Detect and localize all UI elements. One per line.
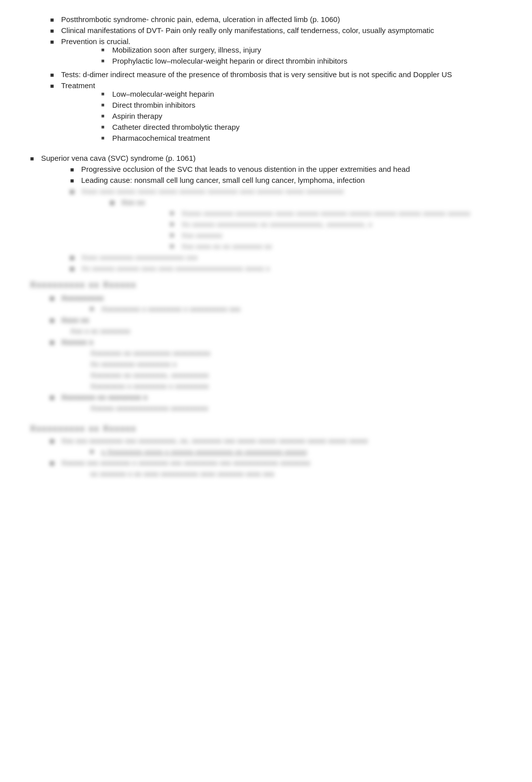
sub-bullet-icon: ■: [170, 242, 181, 249]
svc-title-row: ■ Superior vena cava (SVC) syndrome (p. …: [30, 154, 502, 162]
list-item: ■ Progressive occlusion of the SVC that …: [70, 165, 502, 173]
list-item: Xxxxxxxxxx xx Xxxxxx: [30, 424, 502, 433]
blurred-subsub4: Xxx xxxx xx xx xxxxxxxx xx: [181, 242, 272, 250]
progressive-text: Progressive occlusion of the SVC that le…: [81, 165, 502, 173]
treatment-sub2: Direct thrombin inhibitors: [112, 101, 195, 109]
list-item: ■ Aspirin therapy: [101, 112, 502, 120]
list-item: Xxx x xx xxxxxxxx: [50, 327, 502, 335]
blurred-s3-sub9: Xxxxxxxxx x xxxxxxxxx x xxxxxxxxx: [90, 382, 209, 390]
bullet-icon: ■: [70, 253, 81, 262]
sub-bullet-icon: ■: [170, 220, 181, 227]
sub-bullet-icon: ■: [170, 231, 181, 238]
prevention-text: Prevention is crucial.: [61, 37, 130, 46]
blurred-line10: Xx xxxxxx xxxxxx xxxx xxxx xxxxxxxxxxxxx…: [81, 264, 270, 273]
list-item: ■ Tests: d-dimer indirect measure of the…: [50, 70, 502, 79]
blurred-s4-line4: xx xxxxxxx x xx xxxx xxxxxxxxxx xxxx xxx…: [90, 469, 275, 478]
list-item: ■ Xxxxxxxxxx: [50, 294, 502, 302]
list-item: Xxxxxxxxx x xxxxxxxxx x xxxxxxxxx: [50, 382, 502, 390]
blurred-subsub3: Xxx xxxxxxx: [181, 231, 222, 239]
bullet-icon: ■: [50, 338, 61, 346]
blurred-sub-indent: ■ Xxxxx xxxxxxxx xxxxxxxxxx xxxxx xxxxxx…: [110, 209, 502, 250]
sub-bullet-icon: ■: [90, 305, 101, 312]
bullet-icon: ■: [50, 316, 61, 324]
blurred-s3-sub5: Xxxxxx x: [61, 338, 93, 346]
list-item: ■ Xxxxxx xxx xxxxxxxx x xxxxxxxx xxx xxx…: [50, 458, 502, 467]
list-item: ■ Xxxxxxxx xx xxxxxxxx x: [50, 393, 502, 401]
treatment-sub4: Catheter directed thrombolytic therapy: [112, 123, 239, 131]
blurred-s4-title: Xxxxxxxxxx xx Xxxxxx: [30, 424, 137, 433]
treatment-sub3: Aspirin therapy: [112, 112, 162, 120]
list-item: ■ Clinical manifestations of DVT- Pain o…: [50, 26, 502, 35]
blurred-sub-block: ■ Xxx xx ■ Xxxxx xxxxxxxx xxxxxxxxxx xxx…: [70, 198, 502, 250]
list-item: xx xxxxxxx x xx xxxx xxxxxxxxxx xxxx xxx…: [50, 469, 502, 478]
sub-bullet-icon: ■: [101, 112, 112, 119]
sub-bullet-icon: ■: [101, 57, 112, 64]
list-item: ■ Mobilization soon after surgery, illne…: [101, 46, 502, 54]
bullet-icon: ■: [70, 264, 81, 273]
list-item: ■ Treatment ■ Low–molecular-weight hepar…: [50, 81, 502, 145]
treatment-sub1: Low–molecular-weight heparin: [112, 90, 214, 98]
treatment-sub: ■ Low–molecular-weight heparin ■ Direct …: [61, 90, 502, 142]
svc-title: Superior vena cava (SVC) syndrome (p. 10…: [41, 154, 195, 162]
blurred-subsub1: Xxxxx xxxxxxxx xxxxxxxxxx xxxxx xxxxxx x…: [181, 209, 470, 217]
bullet-icon: ■: [70, 165, 81, 173]
blurred-s3-sub4: Xxx x xx xxxxxxxx: [70, 327, 130, 335]
leading-cause-text: Leading cause: nonsmall cell lung cancer…: [81, 176, 502, 184]
postthrombotic-text: Postthrombotic syndrome- chronic pain, e…: [61, 15, 502, 24]
blurred-line1: Xxxx xxxx xxxxx xxxxx xxxxx xxxxxxx xxxx…: [81, 187, 502, 195]
sub-bullet-icon: ■: [101, 46, 112, 53]
blurred-sub1: Xxx xx: [121, 198, 145, 206]
list-item: ■ Xxxx xx: [50, 316, 502, 324]
bullet-icon: ■: [50, 37, 61, 46]
list-item: Xxxxxxxx xx xxxxxxxxx, xxxxxxxxxx: [50, 371, 502, 379]
clinical-dvt-text: Clinical manifestations of DVT- Pain onl…: [61, 26, 502, 35]
bullet-icon: ■: [110, 198, 121, 206]
sub-bullet-icon: ■: [101, 101, 112, 108]
blurred-section4: Xxxxxxxxxx xx Xxxxxx ■ Xxx xxx xxxxxxxxx…: [30, 424, 502, 478]
list-item: ■ Xx xxxxxx xxxxxxxxxxx xx xxxxxxxxxxxxx…: [170, 220, 502, 228]
treatment-text: Treatment: [61, 81, 95, 90]
bullet-icon: ■: [30, 154, 41, 162]
bullet-icon: ■: [50, 70, 61, 79]
blurred-s3-sub6: Xxxxxxxx xx xxxxxxxxxx xxxxxxxxxx: [90, 349, 210, 357]
list-item: ■ Xx xxxxxx xxxxxx xxxx xxxx xxxxxxxxxxx…: [70, 264, 502, 273]
list-item: ■ Xxx xxxxxxx: [170, 231, 502, 239]
sub-bullet-icon: ■: [90, 447, 101, 454]
bullet-icon: ■: [50, 393, 61, 401]
blurred-s3-sub8: Xxxxxxxx xx xxxxxxxxx, xxxxxxxxxx: [90, 371, 209, 379]
tests-text: Tests: d-dimer indirect measure of the p…: [61, 70, 502, 79]
list-item: ■ Xxxxxx x: [50, 338, 502, 346]
blurred-s4-content: ■ Xxx xxx xxxxxxxxx xxx xxxxxxxxxx, xx, …: [30, 436, 502, 478]
sub-bullet-icon: ■: [101, 90, 112, 97]
list-item: ■ Leading cause: nonsmall cell lung canc…: [70, 176, 502, 184]
prevention-sub2: Prophylactic low–molecular-weight hepari…: [112, 57, 347, 65]
list-item: ■ Xxxxxxxxxx x xxxxxxxxx x xxxxxxxxxx xx…: [50, 305, 502, 313]
list-item: ■ Direct thrombin inhibitors: [101, 101, 502, 109]
blurred-s4-line1: Xxx xxx xxxxxxxxx xxx xxxxxxxxxx, xx, xx…: [61, 436, 368, 445]
blurred-s3-sub3: Xxxx xx: [61, 316, 89, 324]
blurred-s3-sub11: Xxxxxx xxxxxxxxxxxxxx xxxxxxxxxx: [90, 404, 208, 412]
list-item: Xxxxxx xxxxxxxxxxxxxx xxxxxxxxxx: [50, 404, 502, 412]
list-item: ■ Xxxx xxxxxxxxx xxxxxxxxxxxxx xxx: [70, 253, 502, 262]
bullet-icon: ■: [50, 81, 61, 90]
blurred-subsub2: Xx xxxxxx xxxxxxxxxxx xx xxxxxxxxxxxxxx,…: [181, 220, 372, 228]
main-content: ■ Postthrombotic syndrome- chronic pain,…: [30, 15, 502, 478]
list-item: ■ Low–molecular-weight heparin: [101, 90, 502, 98]
list-item: ■ Catheter directed thrombolytic therapy: [101, 123, 502, 131]
blurred-s4-line3: Xxxxxx xxx xxxxxxxx x xxxxxxxx xxx xxxxx…: [61, 458, 311, 467]
bullet-icon: ■: [70, 176, 81, 184]
blurred-s3-sub2: Xxxxxxxxxx x xxxxxxxxx x xxxxxxxxxx xxx: [101, 305, 240, 313]
list-item: ■ Xxx xxxx xx xx xxxxxxxx xx: [170, 242, 502, 250]
blurred-s3-sub10: Xxxxxxxx xx xxxxxxxx x: [61, 393, 148, 401]
treatment-sub5: Pharmacochemical treatment: [112, 134, 210, 142]
list-item: Xxxxxxxxxx xx Xxxxxx: [30, 281, 502, 290]
prevention-block: Prevention is crucial. ■ Mobilization so…: [61, 37, 502, 68]
bullet-icon: ■: [50, 458, 61, 467]
list-item: ■ Xxxx xxxx xxxxx xxxxx xxxxx xxxxxxx xx…: [70, 187, 502, 195]
list-item: ■ Xxxxx xxxxxxxx xxxxxxxxxx xxxxx xxxxxx…: [170, 209, 502, 217]
sub-bullet-icon: ■: [170, 209, 181, 216]
blurred-s4-line2: x Xxxxxxxxx xxxxx x xxxxxx xxxxxxxxxx xx…: [101, 447, 307, 456]
bullet-icon: ■: [50, 294, 61, 302]
svc-section: ■ Superior vena cava (SVC) syndrome (p. …: [30, 154, 502, 273]
blurred-s3-sub1: Xxxxxxxxxx: [61, 294, 104, 302]
